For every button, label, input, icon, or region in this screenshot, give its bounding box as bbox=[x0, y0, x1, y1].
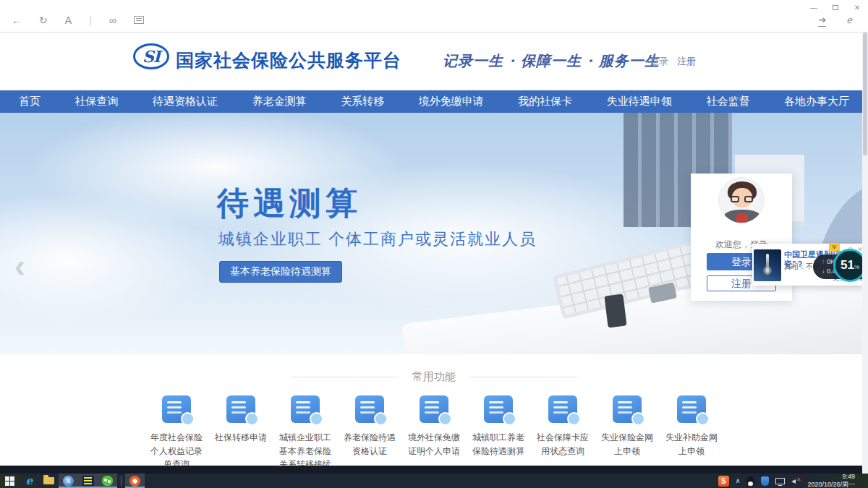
taskbar-notes-app-icon[interactable] bbox=[78, 474, 98, 488]
refresh-icon[interactable]: ↻ bbox=[39, 14, 48, 26]
carousel-prev-icon[interactable]: ‹ bbox=[14, 250, 25, 282]
security-shield-icon[interactable] bbox=[761, 476, 769, 486]
fn-social-card-status-query[interactable]: 社会保障卡应用状态查询 bbox=[531, 395, 595, 471]
news-thumbnail-rocket[interactable] bbox=[754, 249, 781, 281]
volume-muted-icon[interactable]: ✕ bbox=[791, 477, 801, 485]
function-label: 养老保险待遇资格认证 bbox=[344, 431, 396, 458]
font-size-icon[interactable]: A bbox=[65, 14, 72, 26]
browser-chrome: — ✕ ← ↻ A | ∞ ➔ e bbox=[0, 0, 868, 33]
nav-benefit-qualification[interactable]: 待遇资格认证 bbox=[153, 95, 218, 108]
function-label: 城镇职工养老保险待遇测算 bbox=[472, 431, 524, 458]
avatar bbox=[718, 177, 765, 223]
globe-s-icon: S bbox=[63, 476, 74, 487]
nav-social-insurance-query[interactable]: 社保查询 bbox=[75, 95, 119, 108]
reader-view-icon[interactable] bbox=[134, 14, 144, 26]
orange-app-icon bbox=[129, 476, 140, 487]
start-button[interactable] bbox=[0, 474, 20, 488]
accelerator-percent: 51 bbox=[841, 251, 854, 280]
function-label: 社保转移申请 bbox=[215, 431, 267, 445]
nav-overseas-exemption[interactable]: 境外免缴申请 bbox=[419, 95, 484, 108]
folder-icon bbox=[43, 477, 54, 484]
avatar-shirt bbox=[736, 213, 748, 223]
avatar-glasses bbox=[744, 196, 753, 202]
nav-home[interactable]: 首页 bbox=[19, 95, 41, 108]
back-icon[interactable]: ← bbox=[12, 14, 22, 26]
function-label: 社会保障卡应用状态查询 bbox=[537, 431, 589, 458]
card-edit-icon bbox=[226, 395, 255, 423]
fn-annual-rights-record-query[interactable]: 年度社会保险个人权益记录单查询 bbox=[145, 395, 209, 471]
nav-relation-transfer[interactable]: 关系转移 bbox=[341, 95, 384, 108]
nav-local-service-halls[interactable]: 各地办事大厅 bbox=[784, 95, 849, 108]
minimize-button[interactable]: — bbox=[809, 3, 819, 12]
tray-expand-icon[interactable]: ∧ bbox=[736, 477, 741, 484]
fn-pension-qualification-cert[interactable]: 养老保险待遇资格认证 bbox=[338, 395, 402, 471]
fn-unemployment-subsidy-claim[interactable]: 失业补助金网上申领 bbox=[660, 395, 724, 471]
maximize-button[interactable] bbox=[830, 3, 841, 12]
nav-pension-estimate[interactable]: 养老金测算 bbox=[252, 95, 307, 108]
id-card-transfer-icon bbox=[291, 395, 320, 423]
windows-logo-icon bbox=[5, 476, 14, 486]
down-arrow-icon: ↓ bbox=[822, 267, 825, 275]
taskbar-ie-icon[interactable]: e bbox=[20, 474, 39, 488]
open-in-browser-icon[interactable]: e bbox=[846, 14, 852, 27]
taskbar-separator bbox=[121, 476, 122, 486]
site-logo[interactable]: SI bbox=[133, 43, 169, 69]
taskbar-clock[interactable]: 9:49 2020/10/26/周一 bbox=[807, 473, 855, 488]
card-photo-icon bbox=[548, 395, 577, 423]
envelope-badge-icon bbox=[677, 395, 706, 423]
toolbar-divider: | bbox=[89, 14, 92, 26]
notes-icon bbox=[82, 476, 94, 486]
divider-line bbox=[469, 377, 577, 377]
fn-enterprise-pension-transfer[interactable]: 城镇企业职工基本养老保险关系转移接续 bbox=[273, 395, 338, 471]
hero-subtitle: 城镇企业职工 个体工商户或灵活就业人员 bbox=[218, 228, 537, 250]
avatar-glasses bbox=[731, 196, 739, 202]
browser-actions: ➔ e bbox=[818, 14, 852, 27]
close-button[interactable]: ✕ bbox=[852, 3, 862, 12]
site-page: SI 国家社会保险公共服务平台 记录一生 · 保障一生 · 服务一生 登录 注册… bbox=[0, 33, 868, 474]
fn-insurance-transfer-apply[interactable]: 社保转移申请 bbox=[209, 395, 273, 471]
scrollbar-thumb[interactable] bbox=[863, 33, 867, 155]
unemployment-card-icon bbox=[613, 395, 642, 423]
header-login-link[interactable]: 登录 bbox=[650, 55, 668, 68]
section-title: 常用功能 bbox=[412, 370, 456, 384]
scrollbar[interactable] bbox=[862, 33, 868, 474]
sogou-input-icon[interactable]: S bbox=[718, 476, 729, 487]
clipboard-icon bbox=[420, 395, 448, 423]
monitor-icon bbox=[775, 478, 785, 484]
nav-unemployment-benefit[interactable]: 失业待遇申领 bbox=[607, 95, 672, 108]
fn-unemployment-insurance-claim[interactable]: 失业保险金网上申领 bbox=[595, 395, 660, 471]
sogou-icon: S bbox=[718, 476, 729, 487]
screen: — ✕ ← ↻ A | ∞ ➔ e SI 国家社会保险公共服务平台 记录一生 ·… bbox=[0, 0, 868, 488]
fn-employee-pension-estimate[interactable]: 城镇职工养老保险待遇测算 bbox=[467, 395, 531, 471]
fn-overseas-exemption-cert[interactable]: 境外社保免缴证明个人申请 bbox=[402, 395, 467, 471]
function-label: 失业补助金网上申领 bbox=[665, 431, 718, 458]
nav-social-supervision[interactable]: 社会监督 bbox=[706, 95, 749, 108]
browser-toolbar: ← ↻ A | ∞ bbox=[12, 14, 144, 26]
reader-box-icon bbox=[134, 16, 144, 24]
pension-estimate-button[interactable]: 基本养老保险待遇测算 bbox=[219, 261, 342, 283]
hero-title: 待遇测算 bbox=[217, 182, 362, 225]
function-grid: 年度社会保险个人权益记录单查询 社保转移申请 城镇企业职工基本养老保险关系转移接… bbox=[0, 395, 868, 471]
divider-line bbox=[291, 377, 399, 377]
qq-icon[interactable] bbox=[746, 476, 754, 486]
share-icon[interactable]: ➔ bbox=[818, 14, 826, 27]
doc-search-icon bbox=[162, 395, 191, 423]
wechat-icon bbox=[102, 476, 113, 486]
person-badge-icon bbox=[355, 395, 384, 423]
taskbar-wechat-icon[interactable] bbox=[98, 474, 117, 488]
vip-crown-icon[interactable]: V bbox=[829, 243, 840, 252]
function-label: 失业保险金网上申领 bbox=[601, 431, 653, 458]
common-functions-section: 常用功能 年度社会保险个人权益记录单查询 社保转移申请 bbox=[0, 354, 868, 466]
nav-my-social-card[interactable]: 我的社保卡 bbox=[518, 95, 572, 108]
section-divider: 常用功能 bbox=[0, 354, 868, 384]
taskbar-si-browser-icon[interactable]: S bbox=[59, 474, 78, 488]
header-register-link[interactable]: 注册 bbox=[677, 55, 696, 68]
auth-links: 登录 注册 bbox=[650, 55, 696, 68]
ie-icon: e bbox=[26, 476, 33, 487]
taskbar-orange-app-icon[interactable] bbox=[125, 474, 145, 488]
taskbar-file-explorer-icon[interactable] bbox=[39, 474, 59, 488]
link-icon[interactable]: ∞ bbox=[109, 14, 116, 26]
network-status-icon[interactable] bbox=[775, 478, 785, 484]
taskbar: e S S ∧ ✕ 9:49 2020/10/26/周一 bbox=[0, 474, 868, 488]
page-title: 国家社会保险公共服务平台 bbox=[176, 48, 401, 72]
